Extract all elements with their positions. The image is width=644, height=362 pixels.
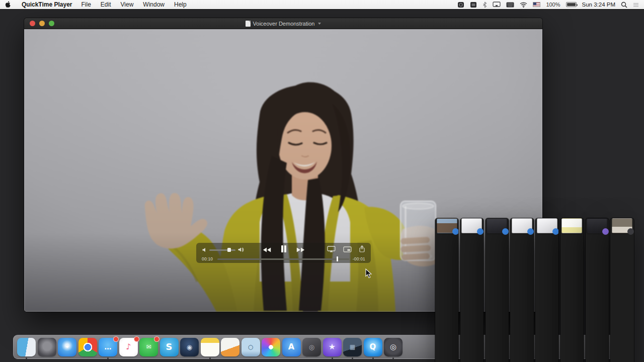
dock-minimized-window-7[interactable]: [586, 218, 609, 362]
close-button[interactable]: [30, 21, 35, 26]
title-chevron-icon: [318, 23, 321, 25]
menu-file[interactable]: File: [82, 1, 91, 8]
dock-launchpad[interactable]: [38, 338, 56, 356]
steam-icon[interactable]: ◉: [180, 338, 199, 356]
menu-clock[interactable]: Sun 3:24 PM: [582, 2, 615, 8]
chrome-icon[interactable]: [78, 338, 97, 356]
dock: ✦…♪✉S◉○A◎★▦Q◎: [13, 335, 632, 359]
dock-minimized-window-2[interactable]: [460, 218, 484, 362]
photos-icon[interactable]: [262, 338, 280, 356]
obs-menu-icon[interactable]: [457, 2, 464, 8]
minimized-window-7-icon[interactable]: [587, 218, 607, 233]
dock-minimized-window-3[interactable]: [486, 218, 509, 362]
notes-icon[interactable]: [201, 338, 219, 356]
document-icon: [246, 21, 251, 27]
imovie-icon[interactable]: ★: [323, 338, 342, 356]
zoom-button[interactable]: [49, 21, 54, 26]
dock-preview[interactable]: ○: [242, 338, 260, 356]
office-documents-icon[interactable]: [221, 338, 239, 356]
spotlight-icon[interactable]: [621, 2, 627, 8]
dock-obs[interactable]: ◎: [384, 338, 403, 356]
apple-menu-icon[interactable]: [5, 1, 12, 9]
dock-wechat[interactable]: ✉: [139, 338, 158, 356]
final-cut-icon[interactable]: ▦: [343, 338, 362, 356]
launchpad-icon[interactable]: [38, 338, 56, 356]
preview-icon[interactable]: ○: [242, 338, 260, 356]
dock-imovie[interactable]: ★: [323, 338, 342, 356]
dock-final-cut[interactable]: ▦: [343, 338, 362, 356]
minimized-window-3-icon[interactable]: [487, 218, 507, 233]
menu-items: FileEditViewWindowHelp: [82, 1, 187, 8]
safari-icon[interactable]: ✦: [58, 338, 76, 356]
obs-icon[interactable]: ◎: [384, 338, 403, 356]
battery-icon[interactable]: [566, 2, 577, 7]
airplay-display-icon[interactable]: [493, 2, 501, 8]
dock-office-documents[interactable]: [221, 338, 239, 356]
mouse-cursor: [365, 268, 372, 281]
active-app-name[interactable]: QuickTime Player: [22, 1, 72, 8]
dock-minimized-window-8[interactable]: [610, 218, 633, 362]
notification-center-icon[interactable]: [633, 2, 639, 8]
minimized-window-4-icon[interactable]: [512, 218, 532, 233]
screen-recorder-menu-icon[interactable]: [470, 2, 477, 8]
menu-edit[interactable]: Edit: [101, 1, 111, 8]
minimized-window-8-icon[interactable]: [612, 218, 632, 233]
itunes-icon[interactable]: ♪: [119, 338, 138, 356]
menu-window[interactable]: Window: [143, 1, 165, 8]
dock-items: ✦…♪✉S◉○A◎★▦Q◎: [17, 200, 628, 362]
menu-help[interactable]: Help: [174, 1, 187, 8]
photo-booth-icon[interactable]: ◎: [302, 338, 321, 356]
dock-chrome[interactable]: [78, 338, 97, 356]
menu-view[interactable]: View: [121, 1, 134, 8]
window-titlebar[interactable]: Voiceover Demonstration: [24, 18, 542, 29]
dock-minimized-window-1[interactable]: [435, 218, 458, 362]
wifi-icon[interactable]: [520, 2, 527, 8]
dock-app-store[interactable]: A: [282, 338, 301, 356]
window-title: Voiceover Demonstration: [253, 21, 315, 27]
dock-minimized-window-5[interactable]: [535, 218, 558, 362]
dock-quicktime[interactable]: Q: [364, 338, 382, 356]
dock-skype[interactable]: S: [160, 338, 179, 356]
dock-photos[interactable]: [262, 338, 280, 356]
app-store-icon[interactable]: A: [282, 338, 301, 356]
dock-minimized-window-6[interactable]: [560, 218, 584, 362]
keyboard-input-icon[interactable]: [506, 2, 514, 8]
dock-notes[interactable]: [201, 338, 219, 356]
finder-icon[interactable]: [17, 338, 36, 356]
minimize-button[interactable]: [39, 21, 45, 26]
minimized-window-2-icon[interactable]: [461, 218, 482, 233]
menu-bar: QuickTime Player FileEditViewWindowHelp: [0, 0, 644, 10]
dock-safari[interactable]: ✦: [58, 338, 76, 356]
skype-icon[interactable]: S: [160, 338, 179, 356]
minimized-window-5-icon[interactable]: [537, 218, 557, 233]
us-flag-input-icon[interactable]: [533, 2, 540, 7]
dock-itunes[interactable]: ♪: [119, 338, 138, 356]
quicktime-icon[interactable]: Q: [364, 338, 382, 356]
dock-photo-booth[interactable]: ◎: [302, 338, 321, 356]
dock-steam[interactable]: ◉: [180, 338, 199, 356]
wechat-icon[interactable]: ✉: [139, 338, 158, 356]
minimized-window-6-icon[interactable]: [561, 218, 582, 233]
bluetooth-icon[interactable]: [482, 2, 487, 8]
dock-messages[interactable]: …: [99, 338, 117, 356]
battery-percent: 100%: [546, 2, 560, 8]
dock-finder[interactable]: [17, 338, 36, 356]
messages-icon[interactable]: …: [99, 338, 117, 356]
desktop[interactable]: QuickTime Player FileEditViewWindowHelp: [0, 0, 644, 362]
dock-minimized-window-4[interactable]: [510, 218, 533, 362]
minimized-window-1-icon[interactable]: [437, 218, 457, 233]
